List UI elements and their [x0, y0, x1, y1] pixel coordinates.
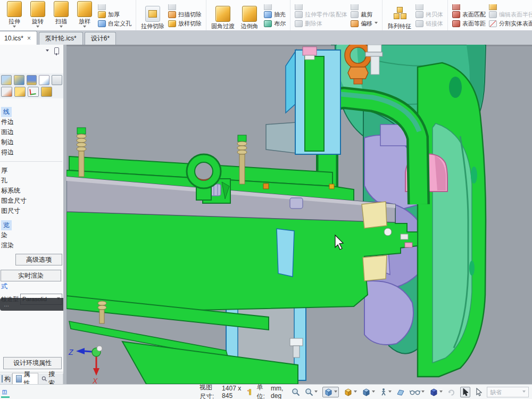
link-item[interactable]: 式	[0, 281, 63, 291]
copy-body-button[interactable]: 拷贝体	[415, 10, 443, 19]
selection-filter-combo[interactable]: 缺省	[487, 387, 529, 397]
tab-properties[interactable]: 属性	[12, 373, 38, 384]
doc-tab-design6[interactable]: 设计6*	[85, 32, 116, 45]
link-body-button[interactable]: 链接体	[415, 19, 443, 28]
panel-icon-grid[interactable]	[1, 87, 12, 97]
panel-icon-medal[interactable]	[27, 75, 37, 85]
clipped-button[interactable]	[295, 4, 347, 10]
list-item[interactable]: 面边	[1, 127, 63, 137]
tab-structure[interactable]: 构	[0, 373, 12, 384]
boolean-button[interactable]: 布尔	[264, 19, 286, 28]
offset-button[interactable]: 偏移	[351, 19, 378, 28]
zoom-in-button[interactable]	[292, 388, 300, 396]
clipped-icon	[295, 4, 303, 10]
split-surface-button[interactable]: 分割实体表面	[489, 19, 532, 28]
view-cube-icon	[324, 388, 333, 396]
render-mode-button[interactable]	[344, 388, 357, 396]
view-orientation-button[interactable]	[322, 387, 339, 397]
clipped-button[interactable]	[168, 4, 202, 10]
thicken-button[interactable]: 加厚	[98, 10, 131, 19]
list-item[interactable]: 渲染	[1, 240, 63, 251]
realtime-render-button[interactable]: 实时渲染	[1, 270, 61, 281]
chevron-down-icon	[60, 26, 63, 29]
ribbon-group-modify: 圆角过渡 边倒角 抽壳 布尔	[206, 0, 290, 30]
teal-marker	[1, 396, 10, 398]
pattern-feature-button[interactable]: 阵列特征	[385, 0, 414, 30]
list-item[interactable]: 厚	[1, 165, 63, 176]
walk-mode-button[interactable]	[380, 388, 392, 396]
tooltip: …	[0, 298, 63, 311]
panel-icon-edit[interactable]	[39, 75, 49, 85]
select-tool-button[interactable]	[460, 387, 470, 397]
perspective-button[interactable]	[410, 388, 425, 396]
select-alt-button[interactable]	[475, 388, 482, 396]
trim-button[interactable]: 裁剪	[351, 10, 378, 19]
surface-match-button[interactable]: 表面匹配	[452, 10, 486, 19]
clipped-button[interactable]	[415, 4, 443, 10]
refresh-button[interactable]	[447, 388, 455, 396]
split-surface-label: 分割实体表面	[499, 20, 532, 28]
clipped-button[interactable]	[452, 4, 486, 10]
edit-surface-radius-button[interactable]: 编辑表面半径	[489, 10, 532, 19]
display-style-button[interactable]	[362, 388, 375, 396]
clipped-button[interactable]	[264, 4, 286, 10]
design-env-properties-button[interactable]: 设计环境属性	[3, 357, 62, 369]
clipped-button[interactable]	[351, 4, 378, 10]
list-item[interactable]: 线	[1, 107, 63, 117]
tab-search[interactable]: 搜索	[38, 373, 63, 384]
chevron-down-icon	[372, 390, 375, 394]
extrude-cut-button[interactable]: 拉伸切除	[139, 0, 167, 30]
delete-body-button[interactable]: 删除体	[295, 19, 347, 28]
loft-cut-button[interactable]: 放样切除	[168, 19, 202, 28]
extrude-part-button[interactable]: 拉伸零件/装配体	[295, 10, 347, 19]
list-item[interactable]: 标系统	[1, 186, 63, 196]
advanced-options-button[interactable]: 高级选项	[15, 254, 62, 265]
sweep-button[interactable]: 扫描	[49, 0, 73, 30]
surface-offset-button[interactable]: 表面等距	[452, 19, 486, 28]
mm-link[interactable]: m	[2, 388, 7, 394]
panel-bottom-tabs: 构 属性 搜索	[0, 372, 63, 384]
zoom-tool-button[interactable]	[305, 388, 318, 396]
list-item[interactable]: 得边	[1, 147, 63, 157]
clipped-button[interactable]	[98, 4, 131, 10]
list-item[interactable]: 图尺寸	[1, 206, 63, 216]
panel-icon-axis[interactable]	[28, 87, 39, 97]
section-view-button[interactable]	[396, 388, 405, 396]
cursor-arrow-icon	[475, 388, 482, 396]
clipped-button[interactable]	[489, 4, 532, 10]
list-item[interactable]: 览	[1, 220, 63, 230]
discharge-flange[interactable]	[418, 63, 486, 377]
custom-hole-button[interactable]: 自定义孔	[98, 19, 131, 28]
pump-section-model[interactable]: Z X	[66, 45, 532, 384]
fillet-button[interactable]: 圆角过渡	[209, 0, 237, 30]
extrude-button[interactable]: 拉伸	[3, 0, 26, 30]
loft-button[interactable]: 放样	[73, 0, 96, 30]
list-item[interactable]: 件边	[1, 117, 63, 127]
list-item[interactable]: 围盒尺寸	[1, 196, 63, 206]
panel-collapse-icon[interactable]	[46, 49, 49, 53]
list-item[interactable]: 染	[1, 230, 63, 240]
list-item[interactable]: 制边	[1, 137, 63, 147]
ribbon-group-surface: 表面匹配 表面等距 编辑表面半径 分割实体表面	[448, 0, 532, 30]
unit-value: mm, deg	[271, 385, 287, 399]
chamfer-button[interactable]: 边倒角	[237, 0, 262, 30]
panel-icon-tool[interactable]	[41, 87, 52, 97]
3d-viewport[interactable]: Z X	[66, 45, 532, 384]
shell-button[interactable]: 抽壳	[264, 10, 286, 19]
sweep-cut-button[interactable]: 扫描切除	[168, 10, 202, 19]
link-body-icon	[415, 20, 423, 27]
panel-icon-frame[interactable]	[52, 75, 62, 85]
doc-tab-10ics[interactable]: 10.ics* ×	[0, 31, 37, 45]
revolve-button[interactable]: 旋转	[26, 0, 49, 30]
close-icon[interactable]: ×	[27, 36, 31, 41]
scene-settings-button[interactable]	[429, 388, 443, 396]
ribbon-group-feature: 拉伸 旋转 扫描 放样 加厚 自定义孔	[0, 0, 136, 30]
panel-icon-parts[interactable]	[14, 87, 26, 97]
search-icon	[41, 376, 47, 382]
panel-icon-render[interactable]	[14, 75, 24, 85]
doc-tab-impeller[interactable]: 泵叶轮.ics*	[39, 32, 83, 45]
chevron-down-icon	[13, 26, 16, 29]
list-item[interactable]: 孔	[1, 176, 63, 186]
panel-icon-scene[interactable]	[1, 75, 12, 85]
pin-icon[interactable]	[54, 47, 59, 54]
